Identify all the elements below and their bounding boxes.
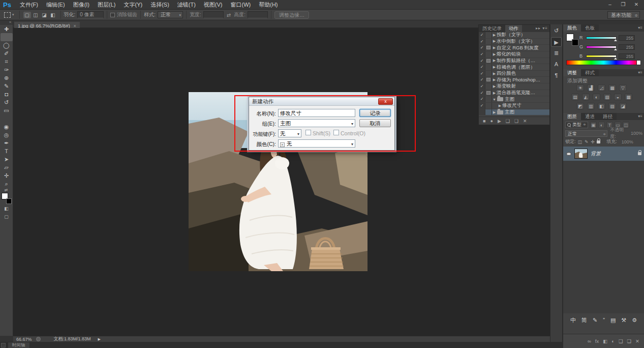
panel-tab[interactable]: 颜色: [563, 24, 581, 32]
action-check-toggle[interactable]: [479, 109, 485, 115]
adjustment-icon[interactable]: ▤: [571, 94, 579, 100]
expand-arrow-icon[interactable]: ▶: [492, 39, 497, 43]
expand-arrow-icon[interactable]: ▶: [492, 59, 497, 63]
menu-item[interactable]: 视图(V): [200, 0, 227, 9]
expand-arrow-icon[interactable]: ▶: [492, 84, 497, 89]
adjustment-icon[interactable]: ▦: [625, 94, 632, 100]
color-panel-swatches[interactable]: [566, 34, 578, 46]
action-row[interactable]: ✓ ▶ 存储为 Photoshop…: [479, 77, 549, 83]
selection-mode-icon[interactable]: ▢: [23, 12, 31, 18]
layer-row-background[interactable]: 背景: [563, 147, 644, 161]
action-dialog-toggle[interactable]: [485, 103, 492, 109]
action-check-toggle[interactable]: ✓: [479, 71, 485, 77]
width-input[interactable]: [203, 11, 224, 18]
action-check-toggle[interactable]: ✓: [479, 96, 485, 102]
actions-footer-icon[interactable]: ❏: [514, 119, 518, 124]
adjustment-icon[interactable]: ▩: [608, 84, 616, 91]
expand-arrow-icon[interactable]: ▶: [492, 91, 497, 95]
lock-option-icon[interactable]: ✛: [591, 139, 595, 144]
action-check-toggle[interactable]: ✓: [479, 45, 485, 51]
action-row[interactable]: ✓ ▶ 四分颜色: [479, 71, 549, 77]
height-input[interactable]: [248, 11, 268, 18]
action-check-toggle[interactable]: ✓: [479, 64, 485, 70]
actions-footer-icon[interactable]: ❑: [506, 119, 510, 124]
blue-value[interactable]: 255: [619, 53, 635, 59]
expand-arrow-icon[interactable]: ▶: [492, 46, 497, 50]
selection-mode-icon[interactable]: ◧: [49, 12, 57, 18]
layer-thumbnail[interactable]: [574, 149, 588, 159]
window-control-button[interactable]: –: [603, 0, 617, 9]
layers-footer-icon[interactable]: ◐: [611, 338, 615, 344]
ime-icon[interactable]: ▤: [610, 317, 616, 324]
style-dropdown[interactable]: 正常: [158, 11, 183, 18]
action-color-dropdown[interactable]: ✕无: [278, 139, 355, 148]
tool-button[interactable]: ▱: [1, 163, 13, 171]
layer-filter-icon[interactable]: ◐: [598, 122, 605, 128]
link-dimensions-icon[interactable]: ⇄: [227, 12, 231, 18]
panel-menu-icon[interactable]: ▾≡: [638, 24, 644, 32]
tool-button[interactable]: ➤: [1, 155, 13, 163]
lock-option-icon[interactable]: ✎: [585, 139, 589, 144]
layer-visibility-icon[interactable]: [566, 152, 571, 156]
expand-arrow-icon[interactable]: ▶: [492, 72, 497, 76]
tool-button[interactable]: ⌕: [1, 180, 13, 188]
adjustment-icon[interactable]: ▟: [587, 84, 595, 91]
green-slider[interactable]: [586, 46, 617, 48]
adjustment-icon[interactable]: ▨: [608, 103, 616, 109]
action-row[interactable]: ✓ ▶ 投影（文字）: [479, 32, 549, 39]
actions-footer-icon[interactable]: ●: [490, 119, 493, 124]
adjustment-icon[interactable]: ◪: [619, 103, 627, 109]
action-check-toggle[interactable]: ✓: [479, 58, 485, 64]
tool-button[interactable]: ◘: [1, 90, 13, 98]
adjustment-icon[interactable]: ◩: [576, 103, 584, 109]
expand-arrow-icon[interactable]: ▶: [492, 52, 497, 56]
action-dialog-toggle[interactable]: [485, 64, 492, 70]
tool-button[interactable]: ↺: [1, 98, 13, 106]
action-dialog-toggle[interactable]: [485, 39, 492, 45]
action-dialog-toggle[interactable]: [485, 32, 492, 38]
color-spectrum-bar[interactable]: [566, 60, 641, 65]
selection-mode-icon[interactable]: ◫: [32, 12, 40, 18]
menu-item[interactable]: 滤镜(T): [173, 0, 200, 9]
foreground-background-swatches[interactable]: [1, 193, 12, 204]
workspace-dropdown[interactable]: 基本功能: [607, 11, 640, 19]
actions-footer-icon[interactable]: ■: [483, 119, 485, 124]
action-check-toggle[interactable]: ✓: [479, 103, 485, 109]
panel-menu-icon[interactable]: ▾≡: [638, 113, 644, 120]
tool-button[interactable]: ◉: [1, 123, 13, 131]
opacity-value[interactable]: 100%: [631, 131, 642, 136]
panel-tab[interactable]: 通道: [581, 113, 599, 120]
panel-tab[interactable]: 色板: [581, 24, 599, 32]
green-value[interactable]: 255: [619, 44, 635, 50]
dock-panel-icon[interactable]: A: [551, 60, 562, 69]
blue-slider[interactable]: [586, 55, 617, 57]
tool-button[interactable]: ✎: [1, 82, 13, 90]
layers-footer-icon[interactable]: ◧: [603, 338, 607, 344]
action-dialog-toggle[interactable]: [485, 83, 492, 90]
expand-arrow-icon[interactable]: ▶: [492, 110, 497, 114]
adjustment-icon[interactable]: ▧: [603, 94, 611, 100]
adjustment-icon[interactable]: ◧: [598, 103, 605, 109]
dock-panel-icon[interactable]: ↺: [551, 26, 562, 36]
expand-arrow-icon[interactable]: ▼: [492, 98, 497, 101]
panel-tab[interactable]: 历史记录: [479, 25, 505, 32]
actions-footer-icon[interactable]: ✕: [523, 119, 527, 124]
action-dialog-toggle[interactable]: [485, 77, 492, 83]
zoom-level-field[interactable]: 66.67%: [16, 337, 32, 342]
tool-button[interactable]: ⊕: [1, 74, 13, 82]
tool-button[interactable]: ✒: [1, 139, 13, 147]
action-row[interactable]: ✓ ▶ 自定义 RGB 到灰度: [479, 45, 549, 51]
adjustment-icon[interactable]: ☀: [576, 84, 584, 91]
tool-button[interactable]: ⌗: [1, 57, 13, 66]
ime-icon[interactable]: ⚒: [621, 317, 626, 324]
action-dialog-toggle[interactable]: [485, 51, 492, 57]
feather-input[interactable]: 0 像素: [77, 11, 104, 18]
action-dialog-toggle[interactable]: [485, 58, 492, 64]
action-set-dropdown[interactable]: 主图: [278, 119, 355, 127]
dock-panel-icon[interactable]: ¶: [551, 71, 562, 80]
ime-icon[interactable]: 中: [570, 316, 576, 324]
lock-option-icon[interactable]: ◫: [578, 139, 582, 144]
menu-item[interactable]: 图像(I): [69, 0, 94, 9]
action-dialog-toggle[interactable]: [485, 71, 492, 77]
panel-tab[interactable]: 图层: [563, 113, 581, 120]
